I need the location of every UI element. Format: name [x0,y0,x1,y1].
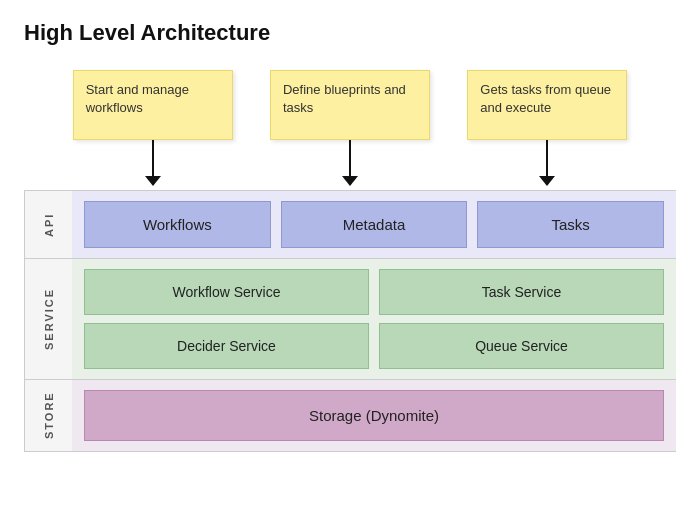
service-content: Workflow Service Task Service Decider Se… [72,259,676,379]
arrow-head [539,176,555,186]
service-label: SERVICE [24,259,72,379]
service-grid-row2: Decider Service Queue Service [84,323,664,369]
store-content: Storage (Dynomite) [72,380,676,451]
task-service-box: Task Service [379,269,664,315]
api-content: Workflows Metadata Tasks [72,191,676,258]
api-label: API [24,191,72,258]
arrow-2 [270,140,430,190]
sticky-note-1: Start and manage workflows [73,70,233,140]
decider-service-box: Decider Service [84,323,369,369]
arrow-head [145,176,161,186]
api-metadata-box: Metadata [281,201,468,248]
arrow-line [152,140,154,176]
api-tasks-box: Tasks [477,201,664,248]
arrow-line [349,140,351,176]
service-section: SERVICE Workflow Service Task Service De… [24,258,676,379]
page-title: High Level Architecture [24,20,676,46]
queue-service-box: Queue Service [379,323,664,369]
workflow-service-box: Workflow Service [84,269,369,315]
arrow-line [546,140,548,176]
sticky-note-2: Define blueprints and tasks [270,70,430,140]
arrows-row [24,140,676,190]
store-section: STORE Storage (Dynomite) [24,379,676,452]
storage-box: Storage (Dynomite) [84,390,664,441]
store-label: STORE [24,380,72,451]
sticky-notes-row: Start and manage workflows Define bluepr… [24,70,676,140]
sticky-note-3: Gets tasks from queue and execute [467,70,627,140]
service-grid-row1: Workflow Service Task Service [84,269,664,315]
arrow-3 [467,140,627,190]
arrow-head [342,176,358,186]
api-workflows-box: Workflows [84,201,271,248]
architecture-diagram: High Level Architecture Start and manage… [24,20,676,452]
api-section: API Workflows Metadata Tasks [24,190,676,258]
arrow-1 [73,140,233,190]
